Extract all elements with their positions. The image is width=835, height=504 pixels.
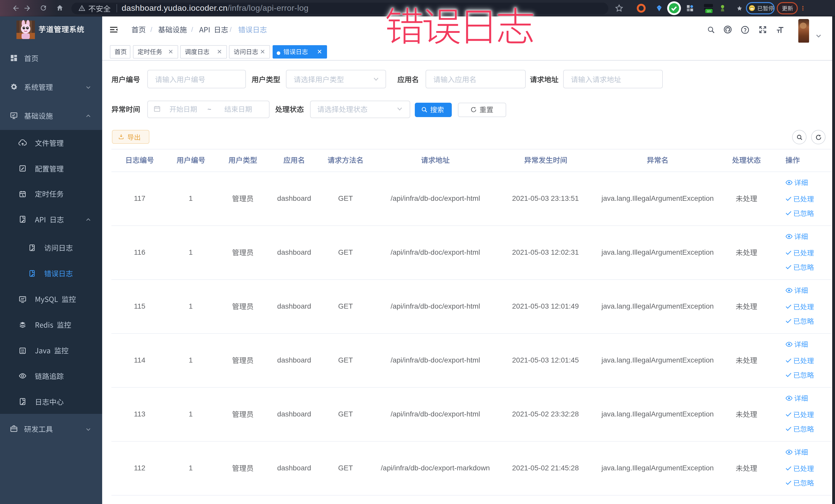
svg-text:on: on — [707, 9, 711, 13]
